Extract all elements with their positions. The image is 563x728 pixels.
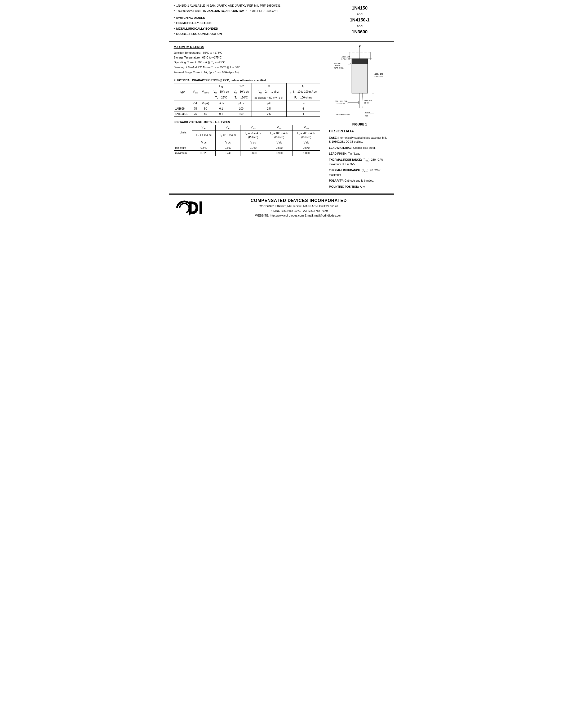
trr-1N4150: 4 <box>287 111 320 117</box>
svg-text:(CATHODE): (CATHODE) <box>334 67 344 69</box>
fwd-row-min: minimum 0.540 0.660 0.760 0.820 0.870 <box>174 145 320 151</box>
fwd-min-label: minimum <box>174 145 192 151</box>
svg-text:BAND: BAND <box>335 65 340 66</box>
fwd-vf1-cond: I F = 1 mA dc <box>192 131 216 140</box>
features-column: • 1N4150-1 AVAILABLE IN JAN, JANTX, AND … <box>169 0 325 41</box>
type-blank <box>174 101 191 106</box>
ir2-unit: μA dc <box>231 101 251 106</box>
ir2-1N3600: 100 <box>231 106 251 111</box>
rating-line-3: Operating Current: 300 mA @ TA = +25°C <box>174 60 320 65</box>
fwd-max-label: maximum <box>174 151 192 156</box>
bullet-4-text: HERMETICALLY SEALED <box>176 21 211 25</box>
vrwm-1N3600: 50 <box>200 106 211 111</box>
ir1-1N3600: 0.1 <box>211 106 231 111</box>
design-thermal-impedance-label: THERMAL IMPEDANCE: <box>329 169 362 172</box>
part-numbers: 1N4150 and 1N4150-1 and 1N3600 <box>329 5 391 35</box>
elec-row-1N3600: 1N3600 75 50 0.1 100 2.5 4 <box>174 106 320 111</box>
fwd-voltage-title: FORWARD VOLTAGE LIMITS – ALL TYPES <box>174 120 320 124</box>
bullet-5: • METALLURGICALLY BONDED <box>174 27 320 31</box>
svg-marker-1 <box>359 46 361 47</box>
fwd-vf1-min: 0.540 <box>192 145 216 151</box>
col-ir2-cond2: TA = 150°C <box>231 95 251 101</box>
bullet-3-text: SWITCHING DIODES <box>176 16 205 20</box>
c-unit: pF <box>251 101 287 106</box>
fwd-vf3-min: 0.760 <box>240 145 266 151</box>
bullet-2: • 1N3600 AVAILABLE IN JAN, JANTX, AND JA… <box>174 9 320 13</box>
side-content: .059 / .075 1.75 / 1.93 .150 / .170 3.81… <box>325 42 394 193</box>
type-1N3600: 1N3600 <box>174 106 191 111</box>
design-polarity-label: POLARITY: <box>329 179 345 182</box>
col-ir2-header: 1 R2 <box>231 83 251 89</box>
col-trr-cond1: IF=IR= 10 to 100 mA dc <box>287 89 320 95</box>
design-lead-material: LEAD MATERIAL: Copper clad steel. <box>329 146 391 150</box>
part-number-column: 1N4150 and 1N4150-1 and 1N3600 <box>325 0 394 41</box>
fwd-limits-label: Limits <box>174 125 192 140</box>
fwd-row-max: maximum 0.620 0.740 0.860 0.920 1.000 <box>174 151 320 156</box>
middle-section: MAXIMUM RATINGS Junction Temperature: -6… <box>169 42 394 194</box>
ir1-unit: μA dc <box>211 101 231 106</box>
design-data-section: DESIGN DATA CASE: Hermetically sealed gl… <box>329 129 391 188</box>
bullet-5-text: METALLURGICALLY BONDED <box>176 27 218 31</box>
svg-rect-6 <box>352 59 368 64</box>
design-mounting-label: MOUNTING POSITION: <box>329 185 360 188</box>
fwd-vf5-header: V F5 <box>293 125 320 131</box>
fwd-vf5-cond: I F = 200 mA dc(Pulsed) <box>293 131 320 140</box>
design-mounting-text: Any. <box>360 185 365 188</box>
cdi-logo <box>174 199 203 217</box>
elec-note: ELECTRICAL CHARACTERISTICS @ 25°C, unles… <box>174 79 320 82</box>
fwd-vf4-header: V F4 <box>266 125 293 131</box>
fax-label: FAX <box>302 209 307 212</box>
fwd-vf2-cond: I F = 10 mA dc <box>215 131 240 140</box>
fwd-vf2-min: 0.660 <box>215 145 240 151</box>
main-content: MAXIMUM RATINGS Junction Temperature: -6… <box>169 42 325 193</box>
fwd-vf2-header: V F2 <box>215 125 240 131</box>
trr-1N3600: 4 <box>287 106 320 111</box>
bullet-dot-6: • <box>174 32 175 35</box>
max-ratings-title: MAXIMUM RATINGS <box>174 45 320 49</box>
fwd-vf3-unit: V dc <box>240 140 266 145</box>
phone-number: (781) 665-1071 <box>281 209 301 212</box>
fwd-vf5-max: 1.000 <box>293 151 320 156</box>
svg-text:25.400: 25.400 <box>364 102 370 104</box>
elec-units-row: V dc V (pk) μA dc μA dc pF ns <box>174 101 320 106</box>
design-lead-material-label: LEAD MATERIAL: <box>329 146 353 149</box>
design-thermal-resistance-label: THERMAL RESISTANCE: <box>329 158 363 161</box>
col-ir1-header: I R1 <box>211 83 231 89</box>
c-1N4150: 2.5 <box>251 111 287 117</box>
part3: 1N3600 <box>329 29 391 35</box>
col-trr-cond2: RL = 100 ohms <box>287 95 320 101</box>
col-c-cond1: VR = 0; f = 1 Mhz; <box>251 89 287 95</box>
col-trr-header: trr <box>287 83 320 89</box>
design-mounting: MOUNTING POSITION: Any. <box>329 185 391 189</box>
bullet-1-text: 1N4150-1 AVAILABLE IN JAN, JANTX, AND JA… <box>176 4 280 8</box>
svg-text:INCH: INCH <box>365 111 370 114</box>
figure-container: .059 / .075 1.75 / 1.93 .150 / .170 3.81… <box>329 44 391 126</box>
elec-table: Type V BR V RWM I R1 1 R2 C trr VR = 50 … <box>174 83 320 117</box>
fwd-vf3-max: 0.860 <box>240 151 266 156</box>
svg-text:.059 / .075: .059 / .075 <box>341 56 350 58</box>
fwd-vf4-min: 0.820 <box>266 145 293 151</box>
col-c-header: C <box>251 83 287 89</box>
bullet-dot-4: • <box>174 21 175 24</box>
svg-rect-32 <box>189 201 191 214</box>
fwd-vf5-unit: V dc <box>293 140 320 145</box>
fwd-vf4-unit: V dc <box>266 140 293 145</box>
fwd-vf3-cond: I F = 50 mA dc(Pulsed) <box>240 131 266 140</box>
col-c-cond2: ac signals = 50 mV (p-p) <box>251 95 287 101</box>
fwd-units-row: V dc V dc V dc V dc V dc <box>174 140 320 145</box>
vbr-1N3600: 75 <box>191 106 200 111</box>
footer-text: COMPENSATED DEVICES INCORPORATED 22 CORE… <box>209 198 389 218</box>
design-lead-finish-label: LEAD FINISH: <box>329 152 348 155</box>
rating-line-2: Storage Temperature: -65°C to +175°C <box>174 55 320 60</box>
address-line: 22 COREY STREET, MELROSE, MASSACHUSETTS … <box>209 204 389 209</box>
email-label: E-mail: <box>305 214 314 217</box>
svg-text:0.46 / 0.56: 0.46 / 0.56 <box>336 103 345 105</box>
trr-unit: ns <box>287 101 320 106</box>
ratings-text: Junction Temperature: -65°C to +175°C St… <box>174 51 320 75</box>
website-url: http://www.cdi-diodes.com <box>270 214 304 217</box>
ir2-1N4150: 100 <box>231 111 251 117</box>
website-label: WEBSITE: <box>255 214 269 217</box>
bullet-dot-3: • <box>174 16 175 19</box>
svg-text:1.000 MIN: 1.000 MIN <box>364 100 372 101</box>
design-lead-finish-text: Tin / Lead <box>348 152 360 155</box>
